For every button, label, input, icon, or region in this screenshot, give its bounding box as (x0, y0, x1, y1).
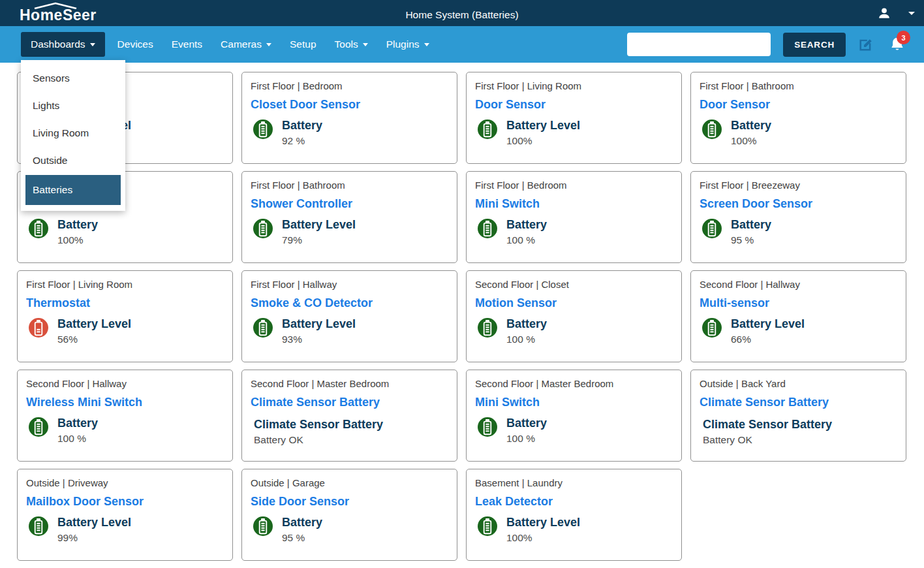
device-card: Second Floor | Hallway Multi-sensor Batt… (690, 270, 906, 362)
card-location: First Floor | Hallway (251, 279, 448, 291)
search-button[interactable]: SEARCH (783, 33, 846, 57)
chevron-down-icon (266, 43, 271, 46)
device-card: Second Floor | Hallway Wireless Mini Swi… (17, 370, 233, 462)
card-location: First Floor | Bathroom (251, 180, 448, 191)
feature-value: 95 % (731, 234, 771, 246)
device-name[interactable]: Wireless Mini Switch (26, 395, 224, 409)
feature-label: Battery (506, 317, 547, 331)
device-name[interactable]: Climate Sensor Battery (251, 395, 448, 409)
user-menu-caret-icon[interactable] (908, 12, 915, 15)
device-name[interactable]: Leak Detector (475, 494, 673, 509)
feature-value: 79% (282, 234, 356, 246)
device-name[interactable]: Door Sensor (475, 97, 673, 112)
device-name[interactable]: Climate Sensor Battery (700, 395, 897, 409)
dropdown-item-outside[interactable]: Outside (21, 147, 125, 174)
nav-bar: Dashboards Devices Events Cameras Setup … (0, 26, 924, 63)
feature-value: 95 % (282, 531, 322, 544)
dropdown-item-living-room[interactable]: Living Room (21, 119, 125, 147)
nav-item-plugins[interactable]: Plugins (380, 33, 435, 56)
device-name[interactable]: Motion Sensor (475, 296, 673, 310)
battery-feature: Battery 100 % (475, 217, 673, 246)
device-card: Basement | Laundry Leak Detector Battery… (466, 469, 682, 561)
device-card: First Floor | Bedroom Closet Door Sensor… (241, 72, 457, 164)
device-name[interactable]: Door Sensor (700, 97, 897, 112)
battery-icon (29, 516, 48, 536)
feature-label: Battery (731, 217, 771, 232)
homeseer-logo[interactable]: HomeSeer (20, 3, 97, 24)
dropdown-item-lights[interactable]: Lights (21, 92, 125, 119)
battery-feature: Battery 100 % (26, 416, 224, 445)
battery-feature: Battery 95 % (251, 515, 448, 544)
card-location: Second Floor | Hallway (26, 378, 224, 390)
device-name[interactable]: Shower Controller (251, 197, 448, 211)
dropdown-item-batteries[interactable]: Batteries (25, 175, 121, 205)
battery-icon (253, 318, 273, 338)
device-name[interactable]: Thermostat (26, 296, 224, 310)
feature-label: Battery Level (506, 515, 580, 529)
device-name[interactable]: Mailbox Door Sensor (26, 494, 224, 509)
search-input[interactable] (627, 33, 771, 56)
battery-icon (702, 318, 722, 338)
feature-label: Battery (731, 118, 771, 133)
feature-value: Battery OK (254, 434, 383, 446)
feature-value: 100 % (506, 234, 547, 246)
card-location: Outside | Garage (251, 477, 448, 489)
device-card: Second Floor | Master Bedroom Mini Switc… (466, 370, 682, 462)
battery-feature: Battery Level 79% (251, 217, 448, 246)
edit-icon[interactable] (857, 36, 874, 54)
battery-icon (702, 219, 722, 238)
device-card: First Floor | Hallway Smoke & CO Detecto… (241, 270, 457, 362)
device-card: Outside | Garage Side Door Sensor Batter… (241, 469, 457, 561)
battery-feature: Battery 92 % (251, 118, 448, 147)
device-card: Second Floor | Closet Motion Sensor Batt… (466, 270, 682, 362)
cards-grid: Battery Level First Floor | Bedroom Clos… (17, 72, 907, 561)
nav-item-tools[interactable]: Tools (329, 33, 374, 56)
feature-label: Battery Level (506, 118, 580, 133)
battery-icon (478, 417, 497, 437)
nav-item-cameras[interactable]: Cameras (215, 33, 277, 56)
device-card: Outside | Back Yard Climate Sensor Batte… (690, 370, 906, 462)
feature-label: Climate Sensor Battery (254, 417, 383, 432)
card-location: First Floor | Bedroom (475, 180, 673, 191)
device-name[interactable]: Smoke & CO Detector (251, 296, 448, 310)
feature-value: 100 % (506, 333, 547, 345)
top-bar: HomeSeer Home System (Batteries) (0, 0, 924, 26)
nav-item-setup[interactable]: Setup (284, 33, 322, 56)
page-title: Home System (Batteries) (0, 6, 924, 21)
battery-feature: Climate Sensor Battery Battery OK (700, 417, 897, 446)
card-location: Second Floor | Hallway (700, 279, 897, 291)
device-name[interactable]: Mini Switch (475, 395, 673, 409)
nav-item-dashboards[interactable]: Dashboards (21, 32, 105, 57)
battery-feature: Battery 100% (700, 118, 897, 147)
device-name[interactable]: Side Door Sensor (251, 494, 448, 509)
battery-feature: Battery Level 100% (475, 118, 673, 147)
user-icon[interactable] (877, 6, 891, 20)
device-name[interactable]: Screen Door Sensor (700, 197, 897, 211)
nav-item-devices[interactable]: Devices (112, 33, 159, 56)
battery-feature: Battery 100% (26, 217, 224, 246)
feature-label: Battery Level (57, 317, 131, 331)
notifications-bell[interactable]: 3 (889, 36, 906, 53)
device-name[interactable]: Multi-sensor (700, 296, 897, 310)
battery-icon (478, 219, 497, 238)
card-location: Second Floor | Master Bedroom (475, 378, 673, 390)
card-location: First Floor | Living Room (26, 279, 224, 291)
dropdown-item-sensors[interactable]: Sensors (21, 65, 125, 92)
dashboards-dropdown-menu: Sensors Lights Living Room Outside Batte… (21, 60, 125, 211)
battery-icon (478, 516, 497, 536)
nav-item-events[interactable]: Events (166, 33, 208, 56)
battery-feature: Battery Level 100% (475, 515, 673, 544)
device-name[interactable]: Mini Switch (475, 197, 673, 211)
feature-value: 99% (57, 531, 131, 544)
feature-label: Battery Level (282, 317, 356, 331)
device-card: First Floor | Living Room Thermostat Bat… (17, 270, 233, 362)
device-card: First Floor | Bathroom Shower Controller… (241, 171, 457, 263)
battery-feature: Battery Level 93% (251, 317, 448, 345)
device-name[interactable]: Closet Door Sensor (251, 97, 448, 112)
card-location: First Floor | Living Room (475, 80, 673, 92)
card-location: First Floor | Breezeway (700, 180, 897, 191)
battery-feature: Battery Level 66% (700, 317, 897, 345)
nav-items: Dashboards Devices Events Cameras Setup … (21, 32, 435, 57)
battery-icon (478, 318, 497, 338)
feature-value: 56% (57, 333, 131, 345)
